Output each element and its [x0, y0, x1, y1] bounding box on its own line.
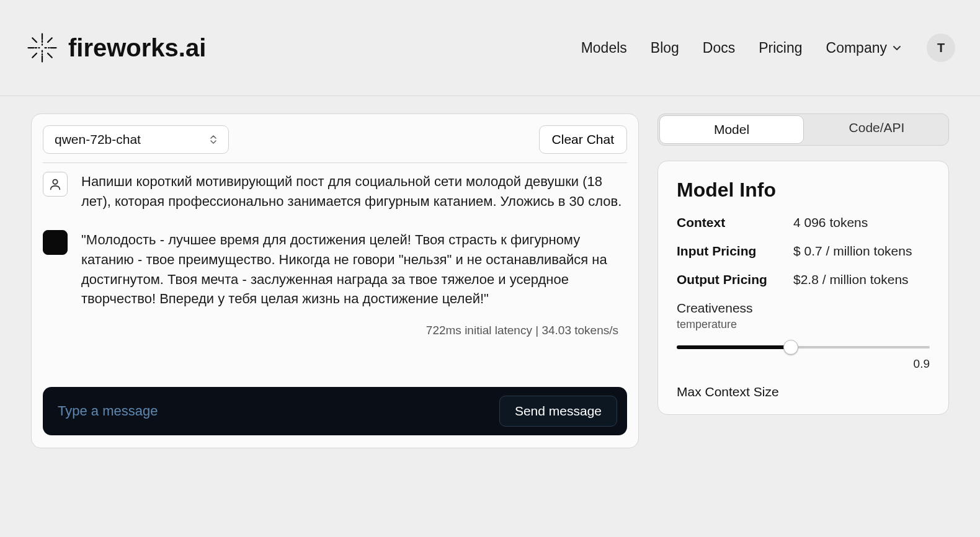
- user-avatar[interactable]: T: [927, 33, 955, 62]
- nav-docs[interactable]: Docs: [703, 40, 735, 56]
- creativeness-sub: temperature: [677, 318, 930, 331]
- context-label: Context: [677, 215, 782, 230]
- model-info-card: Model Info Context 4 096 tokens Input Pr…: [657, 161, 949, 415]
- top-header: fireworks.ai Models Blog Docs Pricing Co…: [0, 0, 980, 96]
- info-row-output-pricing: Output Pricing $2.8 / million tokens: [677, 272, 930, 287]
- temperature-value: 0.9: [914, 357, 930, 371]
- message-user: Напиши короткий мотивирующий пост для со…: [43, 172, 623, 211]
- creativeness-title: Creativeness: [677, 301, 930, 316]
- top-nav: Models Blog Docs Pricing Company: [581, 40, 902, 56]
- info-row-input-pricing: Input Pricing $ 0.7 / million tokens: [677, 244, 930, 259]
- output-pricing-value: $2.8 / million tokens: [793, 272, 930, 287]
- svg-line-7: [32, 53, 37, 58]
- nav-models[interactable]: Models: [581, 40, 627, 56]
- info-row-context: Context 4 096 tokens: [677, 215, 930, 230]
- latency-text: 722ms initial latency | 34.03 tokens/s: [43, 324, 623, 337]
- chat-toolbar: qwen-72b-chat Clear Chat: [43, 125, 627, 154]
- toolbar-divider: [43, 162, 627, 163]
- bot-message-text: "Молодость - лучшее время для достижения…: [81, 230, 623, 309]
- message-assistant: "Молодость - лучшее время для достижения…: [43, 230, 623, 309]
- nav-company-label: Company: [826, 40, 887, 56]
- svg-line-4: [32, 38, 37, 42]
- chevron-down-icon: [892, 40, 902, 56]
- slider-fill: [677, 345, 791, 349]
- select-updown-icon: [210, 134, 217, 145]
- model-info-title: Model Info: [677, 179, 930, 202]
- view-tabs: Model Code/API: [657, 113, 949, 146]
- composer: Send message: [43, 387, 627, 435]
- right-column: Model Code/API Model Info Context 4 096 …: [657, 113, 949, 448]
- nav-pricing[interactable]: Pricing: [759, 40, 802, 56]
- svg-line-6: [48, 38, 52, 42]
- svg-line-5: [48, 53, 52, 58]
- nav-company[interactable]: Company: [826, 40, 902, 56]
- output-pricing-label: Output Pricing: [677, 272, 782, 287]
- nav-blog[interactable]: Blog: [651, 40, 679, 56]
- max-context-label: Max Context Size: [677, 384, 930, 399]
- input-pricing-value: $ 0.7 / million tokens: [793, 244, 930, 259]
- chat-panel: qwen-72b-chat Clear Chat Напиши корот: [31, 113, 639, 448]
- model-select-value: qwen-72b-chat: [55, 132, 141, 147]
- send-button[interactable]: Send message: [499, 396, 617, 427]
- message-input[interactable]: [53, 399, 491, 423]
- message-scroll-area[interactable]: Напиши короткий мотивирующий пост для со…: [43, 172, 627, 381]
- brand[interactable]: fireworks.ai: [25, 30, 206, 65]
- temperature-slider[interactable]: [677, 337, 930, 357]
- model-select[interactable]: qwen-72b-chat: [43, 125, 229, 154]
- context-value: 4 096 tokens: [793, 215, 930, 230]
- user-message-text: Напиши короткий мотивирующий пост для со…: [81, 172, 623, 211]
- user-icon: [43, 172, 68, 197]
- clear-chat-button[interactable]: Clear Chat: [539, 125, 627, 154]
- input-pricing-label: Input Pricing: [677, 244, 782, 259]
- slider-thumb[interactable]: [783, 340, 798, 355]
- fireworks-logo-icon: [25, 30, 60, 65]
- tab-model[interactable]: Model: [659, 115, 804, 144]
- brand-name: fireworks.ai: [68, 34, 206, 62]
- svg-point-12: [53, 180, 57, 184]
- bot-icon: [43, 230, 68, 255]
- creativeness-section: Creativeness temperature 0.9: [677, 301, 930, 371]
- tab-code-api[interactable]: Code/API: [805, 114, 948, 145]
